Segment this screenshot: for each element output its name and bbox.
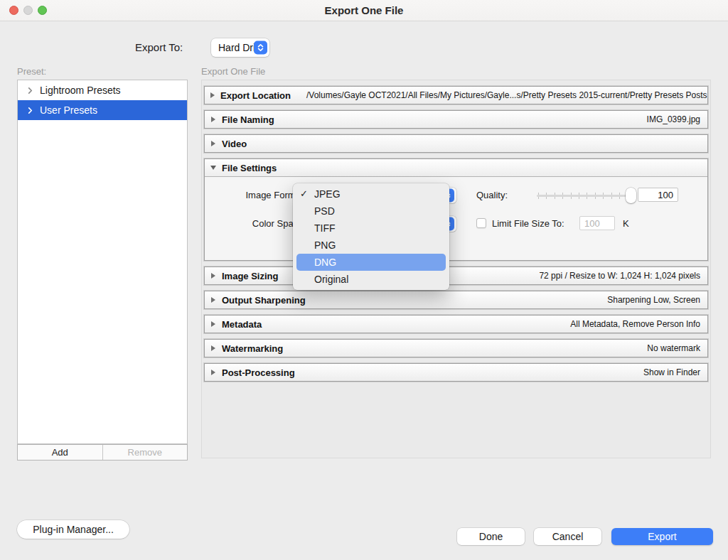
disclosure-collapsed-icon[interactable]	[210, 140, 217, 147]
file-settings-header[interactable]: File Settings	[205, 159, 707, 177]
file-settings-content: Image Format: Quality: 100 Color Space:	[205, 177, 707, 260]
popup-updown-chevrons-icon	[254, 41, 267, 55]
section-video[interactable]: Video	[204, 134, 708, 153]
disclosure-collapsed-icon[interactable]	[210, 369, 217, 376]
preset-label: Preset:	[17, 66, 46, 77]
slider-thumb[interactable]	[626, 188, 636, 203]
window-title: Export One File	[0, 4, 728, 16]
section-file-naming[interactable]: File Naming IMG_0399.jpg	[204, 110, 708, 129]
limit-file-size-label: Limit File Size To:	[492, 218, 564, 229]
section-label: Post-Processing	[222, 367, 295, 378]
done-button[interactable]: Done	[457, 528, 525, 545]
disclosure-collapsed-icon[interactable]	[210, 116, 217, 123]
disclosure-collapsed-icon[interactable]	[210, 92, 215, 99]
limit-file-size-field[interactable]	[579, 216, 615, 230]
remove-preset-button[interactable]: Remove	[102, 445, 188, 460]
preset-add-remove-bar: Add Remove	[17, 444, 188, 461]
section-label: Output Sharpening	[222, 295, 306, 306]
section-summary: IMG_0399.jpg	[647, 114, 700, 124]
export-to-popup[interactable]: Hard Drive	[211, 38, 269, 57]
disclosure-collapsed-icon[interactable]	[210, 321, 217, 328]
preset-list: Lightroom Presets User Presets	[17, 80, 188, 444]
plugin-manager-button[interactable]: Plug-in Manager...	[17, 520, 129, 539]
preset-item-user-presets[interactable]: User Presets	[18, 100, 187, 120]
section-summary: /Volumes/Gayle OCT2021/All Files/My Pict…	[306, 90, 708, 100]
export-to-label: Export To:	[135, 41, 183, 53]
section-label: File Settings	[222, 163, 277, 173]
section-summary: Show in Finder	[643, 367, 700, 377]
checkmark-icon: ✓	[300, 185, 308, 203]
menu-item-label: TIFF	[314, 222, 336, 234]
menu-item-label: DNG	[314, 257, 336, 268]
menu-item-tiff[interactable]: TIFF	[293, 220, 449, 237]
color-space-label: Color Space:	[205, 218, 306, 229]
disclosure-expanded-icon[interactable]	[210, 165, 217, 171]
section-label: Image Sizing	[222, 271, 278, 281]
title-bar: Export One File	[0, 0, 728, 21]
quality-label: Quality:	[476, 190, 508, 200]
menu-item-jpeg[interactable]: ✓ JPEG	[293, 185, 449, 203]
limit-file-size-checkbox[interactable]	[476, 218, 486, 228]
section-export-location[interactable]: Export Location /Volumes/Gayle OCT2021/A…	[204, 86, 708, 104]
cancel-button[interactable]: Cancel	[534, 528, 601, 545]
chevron-right-icon[interactable]	[27, 87, 33, 94]
preset-item-label: User Presets	[40, 104, 97, 116]
menu-item-png[interactable]: PNG	[293, 237, 449, 254]
menu-item-label: PSD	[314, 205, 335, 217]
menu-item-label: JPEG	[314, 188, 341, 200]
add-preset-button[interactable]: Add	[18, 445, 102, 460]
section-output-sharpening[interactable]: Output Sharpening Sharpening Low, Screen	[204, 291, 708, 309]
chevron-right-icon[interactable]	[27, 107, 33, 114]
panel-header: Export One File	[201, 66, 265, 77]
menu-item-psd[interactable]: PSD	[293, 203, 449, 220]
section-label: Watermarking	[222, 343, 283, 354]
quality-value-field[interactable]: 100	[638, 188, 678, 202]
disclosure-collapsed-icon[interactable]	[210, 272, 217, 279]
menu-item-dng[interactable]: DNG	[296, 254, 446, 271]
menu-item-label: PNG	[314, 239, 336, 251]
disclosure-collapsed-icon[interactable]	[210, 296, 217, 303]
section-watermarking[interactable]: Watermarking No watermark	[204, 339, 708, 357]
section-metadata[interactable]: Metadata All Metadata, Remove Person Inf…	[204, 315, 708, 333]
section-summary: 72 ppi / Resize to W: 1,024 H: 1,024 pix…	[539, 271, 700, 281]
section-summary: Sharpening Low, Screen	[607, 295, 700, 305]
section-post-processing[interactable]: Post-Processing Show in Finder	[204, 363, 708, 382]
menu-item-original[interactable]: Original	[293, 271, 449, 288]
section-label: Video	[222, 139, 247, 149]
export-button[interactable]: Export	[611, 528, 713, 545]
preset-item-lightroom-presets[interactable]: Lightroom Presets	[18, 80, 187, 100]
quality-slider[interactable]	[537, 188, 634, 203]
limit-file-size-unit: K	[623, 218, 629, 229]
image-format-label: Image Format:	[205, 190, 306, 200]
section-file-settings: File Settings Image Format: Quality: 100…	[204, 158, 708, 261]
slider-track	[537, 195, 634, 197]
section-label: File Naming	[222, 114, 274, 125]
settings-scroll-area: Export Location /Volumes/Gayle OCT2021/A…	[201, 80, 711, 458]
section-label: Export Location	[220, 90, 291, 101]
section-image-sizing[interactable]: Image Sizing 72 ppi / Resize to W: 1,024…	[204, 266, 708, 285]
section-summary: No watermark	[647, 343, 700, 353]
image-format-menu: ✓ JPEG PSD TIFF PNG DNG Original	[293, 183, 449, 290]
section-label: Metadata	[222, 319, 262, 330]
menu-item-label: Original	[314, 274, 348, 285]
preset-item-label: Lightroom Presets	[40, 85, 121, 96]
disclosure-collapsed-icon[interactable]	[210, 345, 217, 352]
section-summary: All Metadata, Remove Person Info	[570, 319, 700, 329]
